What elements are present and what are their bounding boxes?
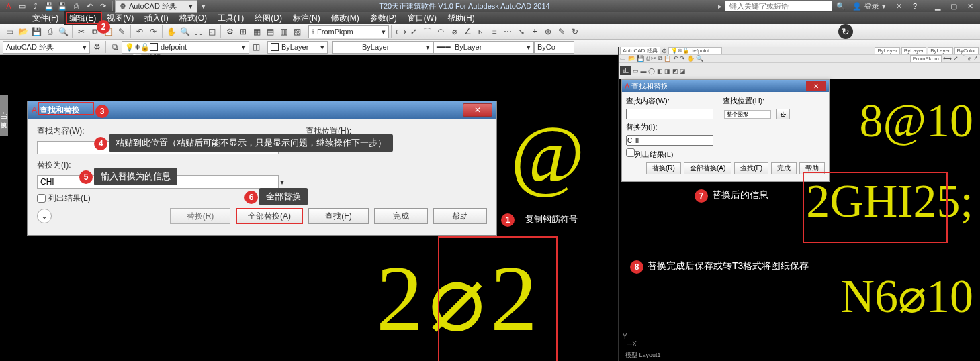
mini-model-tabs[interactable]: 模型 Layout1	[625, 351, 661, 360]
workspace-combo[interactable]: AutoCAD 经典▾	[3, 41, 90, 54]
zoom-win-button[interactable]: ◰	[205, 25, 218, 38]
dim-continue-button[interactable]: ⋯	[501, 25, 515, 38]
list-results-checkbox[interactable]: 列出结果(L)	[37, 193, 91, 204]
dialog-close-button[interactable]: ✕	[463, 103, 492, 117]
menu-file[interactable]: 文件(F)	[27, 11, 64, 25]
bycolor-combo[interactable]: ByCo	[534, 41, 574, 54]
menu-help[interactable]: 帮助(H)	[442, 11, 480, 25]
exchange-icon[interactable]: ✕	[891, 1, 906, 11]
left-panel-tab[interactable]: -][俯视]	[0, 95, 8, 136]
menu-window[interactable]: 窗口(W)	[402, 11, 442, 25]
dim-update-button[interactable]: ↻	[568, 25, 582, 38]
dim-diameter-button[interactable]: ⌀	[447, 25, 461, 38]
mini-list-results[interactable]: 列出结果(L)	[626, 148, 673, 160]
preview-button[interactable]: 🔍	[56, 25, 70, 38]
new-icon[interactable]: ▭	[16, 1, 28, 11]
match-button[interactable]: ✎	[115, 25, 128, 38]
linetype-combo[interactable]: ———ByLayer▾	[332, 41, 433, 54]
lineweight-combo[interactable]: ━━━ByLayer▾	[433, 41, 534, 54]
mini-location-combo[interactable]: 整个图形	[724, 110, 771, 119]
mark-button[interactable]: ▥	[277, 25, 290, 38]
mini-bc-combo[interactable]: ByColor	[954, 47, 979, 54]
open-icon[interactable]: ⤴	[30, 1, 42, 11]
dim-ord-button[interactable]: ⊾	[474, 25, 488, 38]
new-button[interactable]: ▭	[3, 25, 16, 38]
frompkpm-combo[interactable]: ⟟ FromPkpm▾	[308, 25, 389, 38]
redo-button[interactable]: ↷	[146, 25, 160, 38]
minimize-icon[interactable]: ▁	[930, 1, 945, 11]
dim-radius-button[interactable]: ◠	[434, 25, 447, 38]
layer-iso-button[interactable]: ◫	[249, 40, 263, 54]
find-button[interactable]: 查找(F)	[308, 208, 369, 224]
prop-button[interactable]: ⚙	[223, 25, 236, 38]
open-button[interactable]: 📂	[16, 25, 30, 38]
menu-format[interactable]: 格式(O)	[174, 11, 212, 25]
mini-ws-combo[interactable]: AutoCAD 经典	[620, 47, 660, 55]
help-button[interactable]: 帮助	[433, 208, 487, 224]
restore-icon[interactable]: ▢	[946, 1, 961, 11]
mini-pick-button[interactable]: ⯐	[776, 109, 790, 119]
ws-settings-button[interactable]: ⚙	[90, 40, 103, 54]
save-button[interactable]: 💾	[30, 25, 43, 38]
print-icon[interactable]: ⎙	[70, 1, 82, 11]
mini-lw-combo[interactable]: ByLayer	[928, 47, 952, 54]
dim-baseline-button[interactable]: ≡	[488, 25, 501, 38]
menu-draw[interactable]: 绘图(D)	[249, 11, 287, 25]
mini-frompkpm[interactable]: FromPkpm	[910, 55, 942, 62]
mini-find-button[interactable]: 查找(F)	[734, 162, 768, 174]
mini-lt-combo[interactable]: ByLayer	[901, 47, 926, 54]
replace-button[interactable]: 替换(R)	[170, 208, 230, 224]
save-icon[interactable]: 💾	[43, 1, 55, 11]
login-button[interactable]: 👤 登录 ▾	[852, 1, 886, 11]
done-button[interactable]: 完成	[374, 208, 428, 224]
menu-insert[interactable]: 插入(I)	[139, 11, 173, 25]
menu-edit[interactable]: 编辑(E)	[64, 11, 101, 25]
mini-color-combo[interactable]: ByLayer	[875, 47, 899, 54]
tp-button[interactable]: ▦	[250, 25, 263, 38]
cut-button[interactable]: ✂	[75, 25, 88, 38]
mini-dialog-close[interactable]: ✕	[806, 81, 826, 91]
help-search-input[interactable]	[725, 1, 832, 11]
replace-all-button[interactable]: 全部替换(A)	[236, 208, 303, 224]
mini-find-input[interactable]	[626, 109, 713, 119]
plot-button[interactable]: ⎙	[43, 25, 56, 38]
zoom-ext-button[interactable]: ⛶	[191, 25, 205, 38]
close-icon[interactable]: ✕	[963, 1, 977, 11]
calc-button[interactable]: ▧	[290, 25, 304, 38]
color-combo[interactable]: ByLayer▾	[267, 41, 328, 54]
redo-icon[interactable]: ↷	[97, 1, 109, 11]
nav-wheel-icon[interactable]: ↻	[838, 24, 853, 39]
menu-param[interactable]: 参数(P)	[365, 11, 402, 25]
replace-dropdown-icon[interactable]: ▾	[280, 177, 284, 187]
mini-replace-button[interactable]: 替换(R)	[646, 162, 681, 174]
dim-edit-button[interactable]: ✎	[555, 25, 568, 38]
mini-layer-combo[interactable]: 💡❄🔓 defpoint	[668, 47, 722, 54]
dc-button[interactable]: ⊞	[236, 25, 250, 38]
zoom-button[interactable]: 🔍	[178, 25, 191, 38]
undo-icon[interactable]: ↶	[83, 1, 95, 11]
dropdown-more-icon[interactable]: ▾	[197, 1, 210, 11]
ssm-button[interactable]: ▤	[263, 25, 277, 38]
dim-arc-button[interactable]: ⌒	[420, 25, 434, 38]
expand-options-button[interactable]: ⌄	[37, 209, 52, 223]
menu-tools[interactable]: 工具(T)	[212, 11, 249, 25]
dim-leader-button[interactable]: ↘	[515, 25, 528, 38]
mini-replace-input[interactable]	[626, 135, 713, 146]
search-icon[interactable]: 🔍	[834, 1, 848, 11]
dim-linear-button[interactable]: ⟷	[394, 25, 407, 38]
menu-modify[interactable]: 修改(M)	[326, 11, 365, 25]
mini-help-button[interactable]: 帮助	[799, 162, 825, 174]
undo-button[interactable]: ↶	[133, 25, 146, 38]
layer-props-button[interactable]: ⧉	[108, 40, 122, 54]
mini-replace-all-button[interactable]: 全部替换(A)	[684, 162, 731, 174]
mini-dialog-titlebar[interactable]: A 查找和替换 ✕	[622, 80, 829, 92]
pan-button[interactable]: ✋	[165, 25, 178, 38]
dim-center-button[interactable]: ⊕	[541, 25, 555, 38]
dim-angular-button[interactable]: ∠	[461, 25, 474, 38]
help-icon[interactable]: ?	[907, 1, 922, 11]
dim-tol-button[interactable]: ±	[528, 25, 541, 38]
menu-dim[interactable]: 标注(N)	[287, 11, 326, 25]
mini-done-button[interactable]: 完成	[771, 162, 797, 174]
dim-aligned-button[interactable]: ⤢	[407, 25, 420, 38]
saveas-icon[interactable]: 💾	[56, 1, 69, 11]
